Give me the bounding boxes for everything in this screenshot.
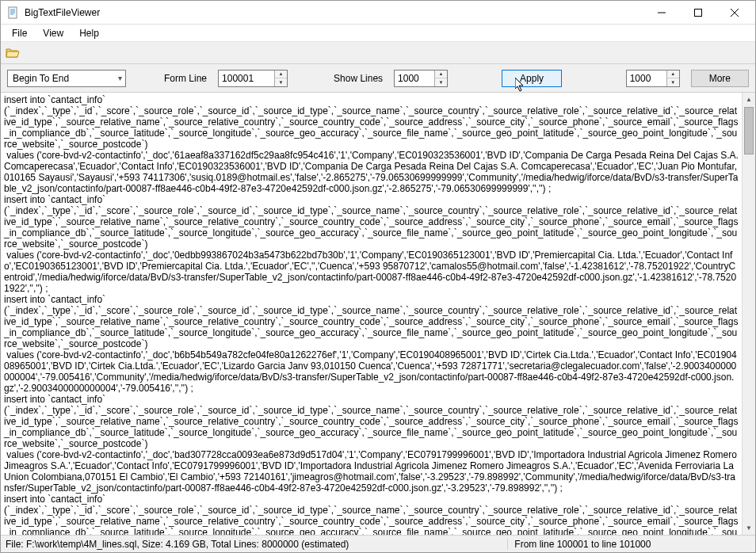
menubar: File View Help [1, 25, 755, 42]
minimize-button[interactable] [644, 2, 679, 24]
apply-button[interactable]: Apply [502, 70, 562, 87]
scroll-down-arrow[interactable]: ▼ [743, 521, 755, 535]
direction-combo[interactable]: Begin To End ▾ [7, 70, 126, 87]
form-line-spin-down[interactable]: ▼ [275, 78, 287, 86]
more-button[interactable]: More [691, 70, 749, 87]
direction-selected: Begin To End [13, 73, 69, 84]
controls-row: Begin To End ▾ Form Line ▲ ▼ Show Lines … [1, 64, 755, 93]
form-line-input[interactable] [219, 71, 274, 86]
status-right: From line 100001 to line 101000 [507, 539, 666, 550]
menu-view[interactable]: View [35, 26, 71, 40]
right-num-field[interactable]: ▲ ▼ [626, 70, 680, 87]
menu-help[interactable]: Help [71, 26, 107, 40]
statusbar: File: F:\work\temp\4M_lines.sql, Size: 4… [1, 535, 755, 552]
chevron-down-icon: ▾ [118, 74, 122, 82]
right-num-spin-down[interactable]: ▼ [667, 78, 679, 86]
scroll-thumb[interactable] [744, 107, 754, 154]
close-button[interactable] [717, 2, 752, 24]
form-line-spin-up[interactable]: ▲ [275, 71, 287, 79]
open-file-icon[interactable] [6, 47, 20, 59]
svg-rect-6 [695, 9, 702, 16]
toolbar [1, 42, 755, 64]
vertical-scrollbar[interactable]: ▲ ▼ [742, 93, 755, 535]
status-left: File: F:\work\temp\4M_lines.sql, Size: 4… [6, 539, 365, 550]
right-num-spin-up[interactable]: ▲ [667, 71, 679, 79]
right-num-input[interactable] [627, 71, 666, 86]
show-lines-field[interactable]: ▲ ▼ [394, 70, 448, 87]
maximize-button[interactable] [681, 2, 716, 24]
titlebar: BigTextFileViewer [1, 1, 755, 25]
show-lines-input[interactable] [395, 71, 434, 86]
form-line-label: Form Line [164, 73, 207, 84]
show-lines-spin-down[interactable]: ▼ [435, 78, 447, 86]
menu-file[interactable]: File [4, 26, 35, 40]
show-lines-spin-up[interactable]: ▲ [435, 71, 447, 79]
window-title: BigTextFileViewer [25, 7, 644, 18]
content-wrap: insert into `cantact_info` (`_index`,`_t… [1, 93, 755, 535]
scroll-up-arrow[interactable]: ▲ [743, 93, 755, 106]
form-line-field[interactable]: ▲ ▼ [218, 70, 288, 87]
file-content[interactable]: insert into `cantact_info` (`_index`,`_t… [1, 93, 742, 535]
app-icon [7, 6, 20, 19]
show-lines-label: Show Lines [334, 73, 383, 84]
